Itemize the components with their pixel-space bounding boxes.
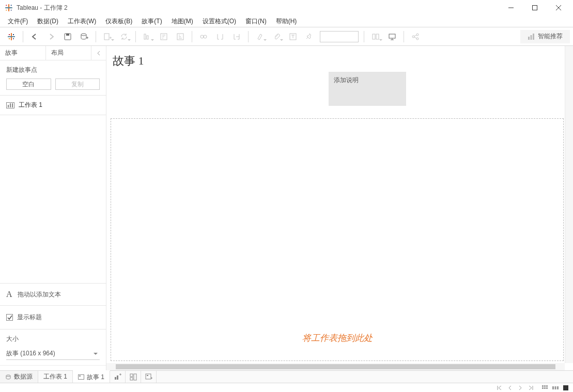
nav-prev-icon[interactable]: [505, 384, 515, 392]
menu-format[interactable]: 设置格式(O): [198, 16, 241, 27]
new-dashboard-tab-button[interactable]: [126, 371, 141, 383]
nav-first-icon[interactable]: [494, 384, 505, 392]
show-me-button[interactable]: 智能推荐: [520, 30, 570, 43]
sort-asc-button[interactable]: [157, 30, 171, 43]
svg-rect-42: [147, 375, 148, 376]
show-title-label: 显示标题: [17, 313, 42, 322]
nav-last-icon[interactable]: [525, 384, 536, 392]
nav-next-icon[interactable]: [515, 384, 525, 392]
svg-point-28: [416, 34, 419, 36]
svg-rect-39: [130, 378, 133, 380]
svg-rect-9: [9, 34, 10, 35]
labels-button[interactable]: [229, 30, 244, 43]
menu-story[interactable]: 故事(T): [137, 16, 166, 27]
svg-point-15: [81, 34, 86, 36]
svg-rect-40: [134, 374, 136, 380]
svg-rect-49: [552, 386, 554, 389]
svg-rect-48: [546, 387, 548, 389]
tableau-start-icon[interactable]: [4, 30, 19, 43]
story-title[interactable]: 故事 1: [106, 46, 573, 73]
window-title: Tableau - 工作簿 2: [17, 4, 68, 12]
menu-dashboard[interactable]: 仪表板(B): [101, 16, 137, 27]
pin-button[interactable]: [302, 30, 317, 43]
svg-rect-43: [542, 385, 544, 387]
drop-area[interactable]: 将工作表拖到此处: [111, 118, 564, 361]
duplicate-button: 复制: [55, 79, 100, 90]
tab-story1-label: 故事 1: [87, 373, 104, 382]
title-bar: Tableau - 工作簿 2: [0, 0, 573, 15]
svg-rect-11: [9, 38, 10, 39]
new-story-tab-button[interactable]: [141, 371, 157, 383]
fit-selector: [320, 31, 359, 42]
svg-point-27: [412, 36, 414, 38]
menu-worksheet[interactable]: 工作表(W): [63, 16, 101, 27]
view-tabs-icon[interactable]: [540, 384, 550, 392]
text-button[interactable]: [286, 30, 300, 43]
menu-window[interactable]: 窗口(N): [241, 16, 271, 27]
svg-rect-37: [117, 375, 118, 380]
svg-rect-16: [104, 34, 109, 40]
menu-map[interactable]: 地图(M): [167, 16, 198, 27]
svg-rect-12: [13, 38, 14, 39]
svg-rect-44: [544, 385, 546, 387]
size-dropdown[interactable]: 故事 (1016 x 964): [6, 348, 100, 360]
new-datasource-button[interactable]: [77, 30, 91, 43]
menu-data[interactable]: 数据(D): [33, 16, 63, 27]
view-sheet-icon[interactable]: [561, 384, 571, 392]
worksheet-item[interactable]: 工作表 1: [0, 96, 106, 115]
highlight-button[interactable]: [253, 30, 267, 43]
refresh-button[interactable]: [117, 30, 131, 43]
size-label: 大小: [6, 335, 100, 343]
caption-box[interactable]: 添加说明: [329, 72, 406, 106]
blank-button[interactable]: 空白: [6, 79, 51, 90]
swap-button[interactable]: [140, 30, 154, 43]
sheet-bar: 数据源 工作表 1 故事 1: [0, 370, 573, 383]
redo-button[interactable]: [44, 30, 58, 43]
view-filmstrip-icon[interactable]: [550, 384, 561, 392]
undo-button[interactable]: [27, 30, 42, 43]
tableau-logo-icon: [4, 3, 13, 12]
show-cards-button[interactable]: [368, 30, 383, 43]
share-button[interactable]: [408, 30, 423, 43]
horizontal-scrollbar[interactable]: [106, 363, 565, 370]
save-button[interactable]: [60, 30, 75, 43]
tab-datasource[interactable]: 数据源: [0, 371, 38, 383]
new-storypoint-label: 新建故事点: [6, 66, 100, 74]
menu-help[interactable]: 帮助(H): [271, 16, 302, 27]
menu-file[interactable]: 文件(F): [3, 16, 33, 27]
sort-desc-button[interactable]: [173, 30, 188, 43]
svg-rect-6: [533, 6, 537, 10]
tab-story1[interactable]: 故事 1: [73, 370, 110, 383]
totals-button[interactable]: [213, 30, 227, 43]
group-button[interactable]: [196, 30, 211, 43]
side-panel: 故事 布局 新建故事点 空白 复制 工作表 1 A 拖动以添加文本 显示标题 大…: [0, 46, 106, 370]
maximize-button[interactable]: [523, 0, 547, 15]
side-tab-layout[interactable]: 布局: [46, 46, 92, 60]
attach-button[interactable]: [269, 30, 284, 43]
new-worksheet-tab-button[interactable]: [110, 371, 126, 383]
size-value: 故事 (1016 x 964): [6, 349, 55, 358]
svg-rect-2: [6, 5, 7, 6]
show-title-toggle[interactable]: 显示标题: [0, 306, 106, 330]
side-tab-story[interactable]: 故事: [0, 46, 46, 60]
collapse-sidebar-icon[interactable]: [91, 46, 106, 60]
svg-rect-18: [147, 36, 148, 39]
svg-rect-41: [146, 374, 151, 379]
svg-rect-36: [115, 377, 116, 380]
sidebar-scroll[interactable]: [0, 365, 106, 370]
svg-rect-46: [542, 387, 544, 389]
minimize-button[interactable]: [499, 0, 523, 15]
svg-rect-35: [79, 375, 81, 377]
vertical-scrollbar[interactable]: [565, 46, 573, 363]
svg-rect-4: [6, 9, 7, 11]
svg-rect-50: [555, 386, 556, 389]
presentation-button[interactable]: [385, 30, 399, 43]
status-bar: [0, 383, 573, 392]
drag-text-item[interactable]: A 拖动以添加文本: [0, 283, 106, 306]
new-worksheet-button[interactable]: [100, 30, 115, 43]
svg-point-22: [204, 35, 207, 38]
close-button[interactable]: [547, 0, 570, 15]
svg-rect-31: [531, 35, 532, 40]
tab-worksheet1[interactable]: 工作表 1: [38, 371, 73, 383]
svg-rect-34: [79, 375, 84, 380]
